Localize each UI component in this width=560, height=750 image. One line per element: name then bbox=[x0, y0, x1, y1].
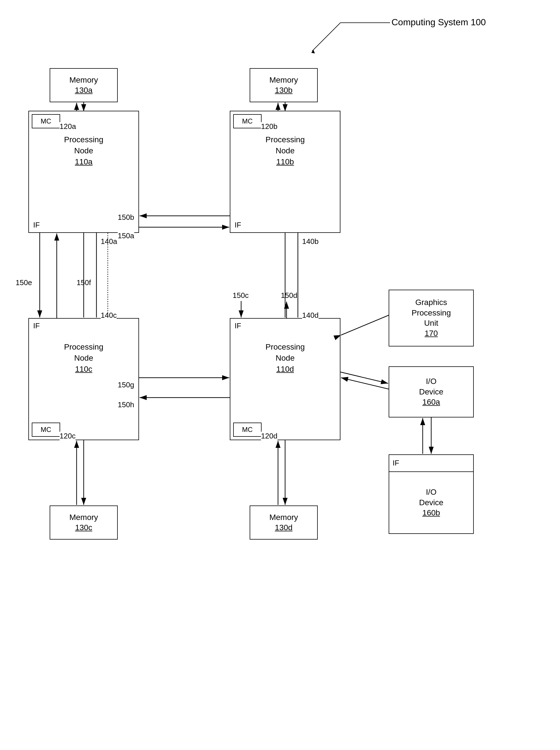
label-140b: 140b bbox=[302, 237, 318, 246]
label-120b: 120b bbox=[261, 122, 277, 131]
io-device-160a: I/ODevice160a bbox=[389, 366, 474, 417]
label-120d: 120d bbox=[261, 432, 277, 440]
proc-label-110d: ProcessingNode110d bbox=[230, 341, 340, 375]
diagram: Computing System 100 Memory130a Memory13… bbox=[0, 0, 560, 750]
if-label-110d: IF bbox=[235, 321, 241, 330]
proc-node-110d: IF MC ProcessingNode110d bbox=[230, 318, 340, 440]
io-device-160b-label: I/ODevice160b bbox=[389, 472, 473, 533]
svg-line-27 bbox=[341, 378, 389, 389]
label-150g: 150g bbox=[118, 380, 134, 389]
io-device-160b-outer: IF I/ODevice160b bbox=[389, 454, 474, 534]
if-label-110b: IF bbox=[235, 221, 241, 230]
svg-line-25 bbox=[341, 315, 389, 335]
memory-130b: Memory130b bbox=[250, 68, 318, 102]
proc-node-110c: IF MC ProcessingNode110c bbox=[28, 318, 139, 440]
proc-node-110b: MC IF ProcessingNode110b bbox=[230, 111, 340, 233]
mc-bar-110c: MC bbox=[32, 422, 60, 437]
label-150c: 150c bbox=[233, 291, 249, 300]
memory-130d: Memory130d bbox=[250, 506, 318, 539]
if-label-110a: IF bbox=[33, 221, 40, 230]
svg-line-26 bbox=[340, 372, 388, 383]
memory-130c: Memory130c bbox=[50, 506, 118, 539]
label-150d: 150d bbox=[281, 291, 297, 300]
label-120c: 120c bbox=[60, 432, 76, 440]
label-140a: 140a bbox=[101, 237, 117, 246]
proc-label-110c: ProcessingNode110c bbox=[29, 341, 139, 375]
proc-label-110b: ProcessingNode110b bbox=[230, 134, 340, 167]
mc-bar-110a: MC bbox=[32, 114, 60, 129]
if-label-110c: IF bbox=[33, 321, 40, 330]
mc-bar-110d: MC bbox=[233, 422, 262, 437]
label-150b: 150b bbox=[118, 213, 134, 222]
mc-bar-110b: MC bbox=[233, 114, 262, 129]
label-120a: 120a bbox=[60, 122, 76, 131]
title: Computing System 100 bbox=[392, 17, 486, 27]
memory-130a: Memory130a bbox=[50, 68, 118, 102]
label-150a: 150a bbox=[118, 232, 134, 240]
label-150h: 150h bbox=[118, 400, 134, 409]
label-140d: 140d bbox=[302, 311, 318, 320]
proc-label-110a: ProcessingNode110a bbox=[29, 134, 139, 167]
label-150f: 150f bbox=[77, 278, 91, 287]
label-150e: 150e bbox=[16, 278, 32, 287]
svg-line-1 bbox=[312, 23, 340, 51]
if-label-160b: IF bbox=[389, 455, 473, 472]
gpu-170: GraphicsProcessingUnit170 bbox=[389, 290, 474, 347]
label-140c: 140c bbox=[101, 311, 117, 320]
svg-marker-2 bbox=[311, 50, 315, 53]
